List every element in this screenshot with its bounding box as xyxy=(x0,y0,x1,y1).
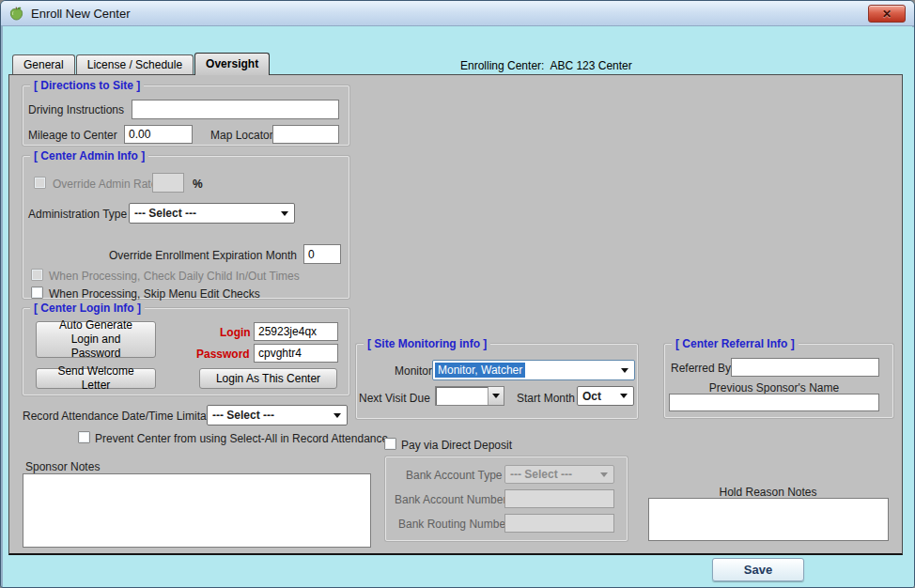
dropdown-arrow-icon xyxy=(492,394,500,398)
auto-generate-login-button[interactable]: Auto Generate Login and Password xyxy=(36,321,156,358)
enrolling-center-text: Enrolling Center: ABC 123 Center xyxy=(460,59,632,72)
dropdown-arrow-icon xyxy=(600,472,608,477)
title-bar[interactable]: Enroll New Center ✕ xyxy=(1,1,914,26)
override-admin-rate-label: Override Admin Rate xyxy=(53,178,157,191)
next-visit-due-dropdown[interactable] xyxy=(435,386,504,406)
login-as-this-center-button[interactable]: Login As This Center xyxy=(199,368,337,389)
tab-general[interactable]: General xyxy=(12,54,75,75)
prevent-select-all-checkbox[interactable] xyxy=(78,431,90,443)
driving-instructions-label: Driving Instructions xyxy=(28,103,124,116)
administration-type-value: --- Select --- xyxy=(130,207,281,220)
tab-license-schedule[interactable]: License / Schedule xyxy=(76,54,194,75)
attendance-limitation-dropdown[interactable]: --- Select --- xyxy=(207,405,348,426)
monitor-value: Monitor, Watcher xyxy=(435,363,525,378)
dropdown-arrow-icon xyxy=(621,368,628,373)
prevent-select-all-label: Prevent Center from using Select-All in … xyxy=(95,432,388,445)
monitor-label: Monitor xyxy=(395,364,432,378)
login-input[interactable] xyxy=(254,322,338,341)
bank-routing-number-label: Bank Routing Number xyxy=(398,518,509,531)
skip-menu-edit-checkbox[interactable] xyxy=(31,286,43,299)
driving-instructions-input[interactable] xyxy=(132,100,339,119)
mileage-to-center-label: Mileage to Center xyxy=(28,129,117,142)
password-label: Password xyxy=(196,348,250,361)
start-month-label: Start Month xyxy=(517,392,575,405)
send-welcome-letter-button[interactable]: Send Welcome Letter xyxy=(36,368,156,389)
directions-group-title: [ Directions to Site ] xyxy=(30,79,144,92)
tab-oversight[interactable]: Oversight xyxy=(194,53,270,75)
window-title: Enroll New Center xyxy=(31,7,131,21)
sponsor-notes-label: Sponsor Notes xyxy=(25,460,100,473)
bank-account-type-value: --- Select --- xyxy=(505,468,600,481)
next-visit-due-label: Next Visit Due xyxy=(359,392,430,405)
bank-account-number-input[interactable] xyxy=(504,489,614,508)
close-icon: ✕ xyxy=(882,8,892,20)
administration-type-label: Administration Type xyxy=(28,208,127,221)
bank-routing-number-input[interactable] xyxy=(504,514,614,533)
pay-direct-deposit-label: Pay via Direct Deposit xyxy=(401,439,512,452)
previous-sponsor-label: Previous Sponsor's Name xyxy=(669,381,879,395)
attendance-limitation-label: Record Attendance Date/Time Limitation xyxy=(23,410,225,423)
bank-account-type-dropdown[interactable]: --- Select --- xyxy=(504,465,614,484)
bank-account-type-label: Bank Account Type xyxy=(406,469,503,482)
start-month-value: Oct xyxy=(578,390,620,403)
override-admin-rate-checkbox[interactable] xyxy=(34,177,46,189)
referred-by-input[interactable] xyxy=(731,358,879,377)
login-label: Login xyxy=(220,326,251,339)
login-group-title: [ Center Login Info ] xyxy=(30,302,145,315)
percent-sign: % xyxy=(193,178,203,191)
dropdown-arrow-icon xyxy=(620,394,628,398)
referral-group-title: [ Center Referral Info ] xyxy=(672,337,799,350)
skip-menu-edit-label: When Processing, Skip Menu Edit Checks xyxy=(49,287,260,301)
dropdown-arrow-icon xyxy=(281,211,288,216)
green-apple-icon xyxy=(8,6,24,22)
override-month-input[interactable] xyxy=(303,244,341,264)
map-location-label: Map Locaton xyxy=(210,129,275,142)
save-button[interactable]: Save xyxy=(712,558,804,581)
monitoring-group-title: [ Site Monitoring info ] xyxy=(364,337,490,350)
tab-strip: General License / Schedule Oversight xyxy=(12,53,271,75)
password-input[interactable] xyxy=(254,344,338,363)
sponsor-notes-textarea[interactable] xyxy=(23,473,371,548)
check-inout-checkbox[interactable] xyxy=(31,269,43,281)
check-inout-label: When Processing, Check Daily Child In/Ou… xyxy=(49,270,300,283)
oversight-tab-panel: [ Directions to Site ] Driving Instructi… xyxy=(8,74,903,555)
admin-group-title: [ Center Admin Info ] xyxy=(30,149,148,162)
override-admin-rate-input[interactable] xyxy=(152,173,184,193)
override-month-label: Override Enrollment Expiration Month xyxy=(99,249,297,262)
attendance-limitation-value: --- Select --- xyxy=(208,409,333,422)
enroll-new-center-window: Enroll New Center ✕ General License / Sc… xyxy=(0,0,915,588)
enrolling-center-label: Enrolling Center: xyxy=(460,59,544,72)
mileage-to-center-input[interactable] xyxy=(124,125,193,144)
close-button[interactable]: ✕ xyxy=(868,5,906,23)
dropdown-arrow-icon xyxy=(333,413,341,418)
pay-direct-deposit-checkbox[interactable] xyxy=(384,438,396,450)
enrolling-center-value: ABC 123 Center xyxy=(550,59,631,72)
referred-by-label: Referred By xyxy=(671,362,731,375)
administration-type-dropdown[interactable]: --- Select --- xyxy=(129,203,295,224)
hold-reason-notes-label: Hold Reason Notes xyxy=(648,486,888,499)
dropdown-button[interactable] xyxy=(488,387,504,405)
dialog-body: General License / Schedule Oversight Enr… xyxy=(3,27,914,587)
hold-reason-notes-textarea[interactable] xyxy=(648,498,889,541)
monitor-dropdown[interactable]: Monitor, Watcher xyxy=(432,360,635,380)
map-location-input[interactable] xyxy=(272,125,339,144)
start-month-dropdown[interactable]: Oct xyxy=(577,386,634,406)
previous-sponsor-input[interactable] xyxy=(669,394,879,411)
site-monitoring-group: [ Site Monitoring info ] xyxy=(356,344,638,419)
bank-account-number-label: Bank Account Number xyxy=(395,493,506,506)
